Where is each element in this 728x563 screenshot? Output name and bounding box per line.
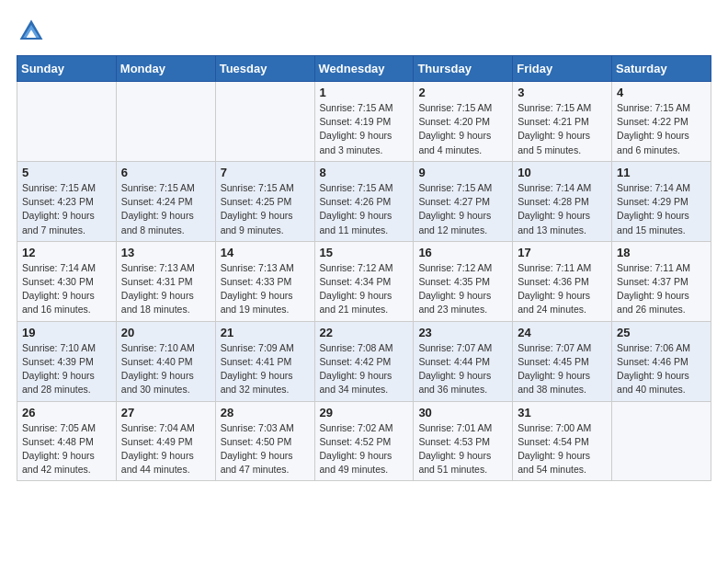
calendar-day-2: 2Sunrise: 7:15 AMSunset: 4:20 PMDaylight…: [414, 82, 513, 162]
calendar-day-20: 20Sunrise: 7:10 AMSunset: 4:40 PMDayligh…: [116, 321, 215, 401]
weekday-header-monday: Monday: [116, 56, 215, 82]
day-number: 11: [617, 166, 706, 179]
day-info: Sunrise: 7:15 AMSunset: 4:26 PMDaylight:…: [320, 181, 409, 237]
day-number: 26: [22, 406, 111, 419]
calendar-week-row: 19Sunrise: 7:10 AMSunset: 4:39 PMDayligh…: [17, 321, 711, 401]
day-number: 29: [320, 406, 409, 419]
calendar-day-4: 4Sunrise: 7:15 AMSunset: 4:22 PMDaylight…: [612, 82, 711, 162]
calendar-day-16: 16Sunrise: 7:12 AMSunset: 4:35 PMDayligh…: [414, 241, 513, 321]
calendar-day-19: 19Sunrise: 7:10 AMSunset: 4:39 PMDayligh…: [17, 321, 117, 401]
calendar-week-row: 26Sunrise: 7:05 AMSunset: 4:48 PMDayligh…: [17, 401, 711, 481]
day-info: Sunrise: 7:06 AMSunset: 4:46 PMDaylight:…: [617, 341, 706, 397]
calendar-empty-cell: [612, 401, 711, 481]
day-info: Sunrise: 7:09 AMSunset: 4:41 PMDaylight:…: [221, 341, 310, 397]
calendar-day-21: 21Sunrise: 7:09 AMSunset: 4:41 PMDayligh…: [215, 321, 314, 401]
calendar-day-5: 5Sunrise: 7:15 AMSunset: 4:23 PMDaylight…: [17, 161, 117, 241]
calendar-day-6: 6Sunrise: 7:15 AMSunset: 4:24 PMDaylight…: [116, 161, 215, 241]
calendar-day-17: 17Sunrise: 7:11 AMSunset: 4:36 PMDayligh…: [513, 241, 612, 321]
day-info: Sunrise: 7:03 AMSunset: 4:50 PMDaylight:…: [221, 421, 310, 477]
weekday-header-sunday: Sunday: [17, 56, 117, 82]
day-number: 17: [518, 246, 607, 259]
weekday-header-friday: Friday: [513, 56, 612, 82]
day-info: Sunrise: 7:14 AMSunset: 4:29 PMDaylight:…: [617, 181, 706, 237]
calendar-day-27: 27Sunrise: 7:04 AMSunset: 4:49 PMDayligh…: [116, 401, 215, 481]
day-number: 13: [121, 246, 210, 259]
day-number: 4: [617, 86, 706, 99]
day-number: 7: [221, 166, 310, 179]
day-info: Sunrise: 7:12 AMSunset: 4:35 PMDaylight:…: [418, 261, 507, 317]
calendar-day-1: 1Sunrise: 7:15 AMSunset: 4:19 PMDaylight…: [314, 82, 414, 162]
day-number: 21: [221, 326, 310, 339]
header: [17, 17, 711, 46]
day-number: 24: [518, 326, 607, 339]
day-info: Sunrise: 7:10 AMSunset: 4:39 PMDaylight:…: [22, 341, 111, 397]
day-info: Sunrise: 7:15 AMSunset: 4:21 PMDaylight:…: [518, 101, 607, 157]
day-number: 20: [121, 326, 210, 339]
calendar-day-22: 22Sunrise: 7:08 AMSunset: 4:42 PMDayligh…: [314, 321, 414, 401]
day-number: 14: [221, 246, 310, 259]
calendar-day-29: 29Sunrise: 7:02 AMSunset: 4:52 PMDayligh…: [314, 401, 414, 481]
logo-icon: [17, 17, 46, 46]
day-number: 6: [121, 166, 210, 179]
day-number: 5: [22, 166, 111, 179]
weekday-header-row: SundayMondayTuesdayWednesdayThursdayFrid…: [17, 56, 711, 82]
day-info: Sunrise: 7:15 AMSunset: 4:22 PMDaylight:…: [617, 101, 706, 157]
day-info: Sunrise: 7:11 AMSunset: 4:37 PMDaylight:…: [617, 261, 706, 317]
calendar-week-row: 1Sunrise: 7:15 AMSunset: 4:19 PMDaylight…: [17, 82, 711, 162]
calendar-day-14: 14Sunrise: 7:13 AMSunset: 4:33 PMDayligh…: [215, 241, 314, 321]
day-info: Sunrise: 7:02 AMSunset: 4:52 PMDaylight:…: [320, 421, 409, 477]
day-number: 16: [418, 246, 507, 259]
calendar-day-11: 11Sunrise: 7:14 AMSunset: 4:29 PMDayligh…: [612, 161, 711, 241]
day-info: Sunrise: 7:15 AMSunset: 4:23 PMDaylight:…: [22, 181, 111, 237]
calendar-empty-cell: [17, 82, 117, 162]
calendar-day-31: 31Sunrise: 7:00 AMSunset: 4:54 PMDayligh…: [513, 401, 612, 481]
calendar-day-8: 8Sunrise: 7:15 AMSunset: 4:26 PMDaylight…: [314, 161, 414, 241]
calendar-day-15: 15Sunrise: 7:12 AMSunset: 4:34 PMDayligh…: [314, 241, 414, 321]
weekday-header-saturday: Saturday: [612, 56, 711, 82]
day-info: Sunrise: 7:00 AMSunset: 4:54 PMDaylight:…: [518, 421, 607, 477]
calendar-empty-cell: [116, 82, 215, 162]
weekday-header-wednesday: Wednesday: [314, 56, 414, 82]
calendar-day-13: 13Sunrise: 7:13 AMSunset: 4:31 PMDayligh…: [116, 241, 215, 321]
day-number: 9: [418, 166, 507, 179]
day-info: Sunrise: 7:15 AMSunset: 4:27 PMDaylight:…: [418, 181, 507, 237]
day-info: Sunrise: 7:15 AMSunset: 4:20 PMDaylight:…: [418, 101, 507, 157]
calendar-day-18: 18Sunrise: 7:11 AMSunset: 4:37 PMDayligh…: [612, 241, 711, 321]
day-number: 22: [320, 326, 409, 339]
logo: [17, 17, 50, 46]
calendar-week-row: 5Sunrise: 7:15 AMSunset: 4:23 PMDaylight…: [17, 161, 711, 241]
calendar-day-30: 30Sunrise: 7:01 AMSunset: 4:53 PMDayligh…: [414, 401, 513, 481]
day-number: 2: [418, 86, 507, 99]
day-info: Sunrise: 7:10 AMSunset: 4:40 PMDaylight:…: [121, 341, 210, 397]
day-info: Sunrise: 7:13 AMSunset: 4:31 PMDaylight:…: [121, 261, 210, 317]
day-info: Sunrise: 7:07 AMSunset: 4:44 PMDaylight:…: [418, 341, 507, 397]
day-number: 1: [320, 86, 409, 99]
day-number: 10: [518, 166, 607, 179]
day-number: 15: [320, 246, 409, 259]
day-number: 28: [221, 406, 310, 419]
calendar-week-row: 12Sunrise: 7:14 AMSunset: 4:30 PMDayligh…: [17, 241, 711, 321]
day-number: 12: [22, 246, 111, 259]
day-number: 30: [418, 406, 507, 419]
day-info: Sunrise: 7:13 AMSunset: 4:33 PMDaylight:…: [221, 261, 310, 317]
day-number: 27: [121, 406, 210, 419]
calendar-day-26: 26Sunrise: 7:05 AMSunset: 4:48 PMDayligh…: [17, 401, 117, 481]
calendar-day-10: 10Sunrise: 7:14 AMSunset: 4:28 PMDayligh…: [513, 161, 612, 241]
day-number: 8: [320, 166, 409, 179]
day-info: Sunrise: 7:08 AMSunset: 4:42 PMDaylight:…: [320, 341, 409, 397]
calendar-table: SundayMondayTuesdayWednesdayThursdayFrid…: [17, 55, 711, 481]
day-info: Sunrise: 7:14 AMSunset: 4:28 PMDaylight:…: [518, 181, 607, 237]
day-number: 31: [518, 406, 607, 419]
calendar-day-24: 24Sunrise: 7:07 AMSunset: 4:45 PMDayligh…: [513, 321, 612, 401]
day-info: Sunrise: 7:14 AMSunset: 4:30 PMDaylight:…: [22, 261, 111, 317]
day-info: Sunrise: 7:15 AMSunset: 4:25 PMDaylight:…: [221, 181, 310, 237]
calendar-day-12: 12Sunrise: 7:14 AMSunset: 4:30 PMDayligh…: [17, 241, 117, 321]
day-info: Sunrise: 7:15 AMSunset: 4:19 PMDaylight:…: [320, 101, 409, 157]
day-info: Sunrise: 7:04 AMSunset: 4:49 PMDaylight:…: [121, 421, 210, 477]
day-info: Sunrise: 7:12 AMSunset: 4:34 PMDaylight:…: [320, 261, 409, 317]
page: SundayMondayTuesdayWednesdayThursdayFrid…: [0, 0, 728, 492]
calendar-empty-cell: [215, 82, 314, 162]
calendar-day-7: 7Sunrise: 7:15 AMSunset: 4:25 PMDaylight…: [215, 161, 314, 241]
day-number: 25: [617, 326, 706, 339]
day-number: 3: [518, 86, 607, 99]
